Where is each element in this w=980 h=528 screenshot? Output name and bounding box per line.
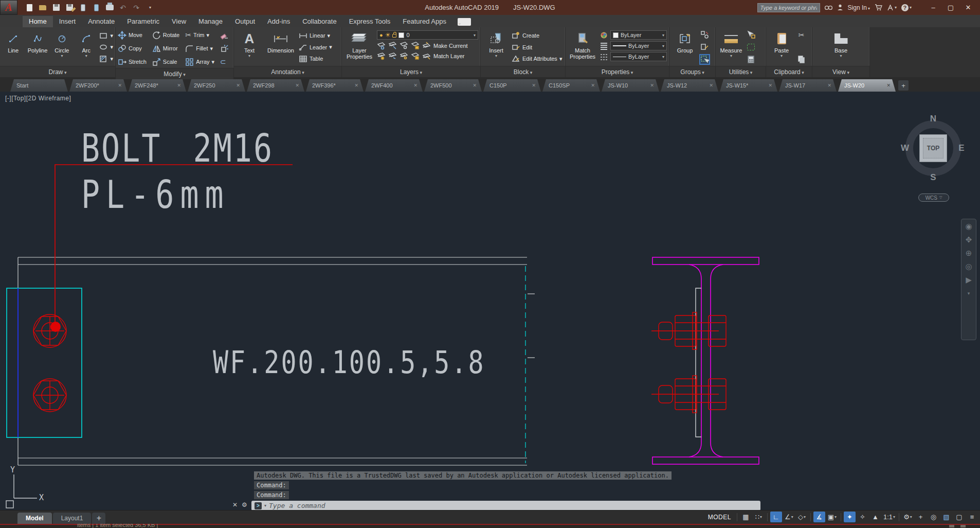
annotation-visibility-icon[interactable]: ✦ (844, 512, 856, 522)
ribbon-tab-view[interactable]: View (166, 16, 192, 27)
layer-select-combo[interactable]: ● ☀ 0 ▾ (377, 30, 478, 40)
tab-close-icon[interactable]: ✕ (176, 82, 182, 89)
layer-properties-button[interactable]: Layer Properties (344, 29, 375, 66)
tab-close-icon[interactable]: ✕ (294, 82, 300, 89)
panel-label-properties[interactable]: Properties (566, 66, 669, 77)
file-tab-2wf298[interactable]: 2WF298✕ (247, 79, 304, 92)
mirror-button[interactable]: Mirror (152, 43, 182, 54)
text-button[interactable]: A Text ▾ (236, 29, 263, 66)
dimension-button[interactable]: Dimension (265, 29, 297, 66)
match-layer-button[interactable]: Match Layer (433, 53, 465, 59)
move-button[interactable]: Move (118, 30, 149, 40)
lineweight-combo[interactable]: ByLayer ▾ (610, 41, 667, 50)
annotation-autoscale-icon[interactable]: ✧ (857, 512, 868, 522)
file-tab-js-w12[interactable]: JS-W12✕ (661, 79, 718, 92)
wcs-menu-button[interactable]: WCS▽ (918, 193, 949, 202)
new-layout-button[interactable]: + (92, 513, 105, 524)
grid-display-icon[interactable]: ▦ (740, 512, 752, 522)
annotation-monitor-icon[interactable]: + (915, 512, 927, 522)
help-search-input[interactable] (757, 3, 820, 12)
viewcube-top-face[interactable]: TOP (919, 134, 947, 162)
match-properties-button[interactable]: Match Properties (568, 29, 597, 66)
file-tab-js-w20[interactable]: JS-W20✕ (838, 79, 896, 92)
a360-share-icon[interactable] (887, 5, 897, 11)
trim-dropdown-icon[interactable]: ▾ (207, 32, 210, 39)
redo-icon[interactable]: ↷ (132, 4, 141, 12)
bolt-section-1[interactable] (651, 312, 726, 349)
object-color-combo[interactable]: ByLayer ▾ (610, 30, 667, 40)
circle-button[interactable]: Circle ▾ (51, 29, 73, 66)
panel-label-block[interactable]: Block (481, 66, 565, 77)
ucs-icon[interactable] (6, 474, 37, 508)
beam-section-outline[interactable] (652, 257, 759, 464)
ortho-mode-icon[interactable]: ∟ (770, 512, 782, 522)
workspace-switching-icon[interactable]: ⚙▾ (902, 512, 914, 522)
close-button[interactable]: ✕ (959, 1, 977, 14)
color-wheel-icon[interactable] (600, 31, 608, 40)
navigation-bar[interactable]: ◉ ✥ ⊕ ◎ ▶ ▾ (961, 219, 976, 340)
circle-dropdown-icon[interactable]: ▾ (61, 55, 63, 58)
trim-button[interactable]: ✂Trim▾ (185, 30, 217, 40)
layer-unlock-icon[interactable] (392, 34, 396, 38)
graphics-performance-icon[interactable]: ▧ (940, 512, 952, 522)
app-menu-button[interactable]: A (0, 0, 17, 15)
fillet-dropdown-icon[interactable]: ▾ (210, 45, 213, 52)
arc-dropdown-icon[interactable]: ▾ (85, 55, 87, 58)
save-as-icon[interactable] (65, 4, 74, 12)
search-binoculars-icon[interactable] (825, 5, 832, 10)
file-tab-2wf250[interactable]: 2WF250✕ (188, 79, 245, 92)
tab-close-icon[interactable]: ✕ (117, 82, 123, 89)
annotation-scale-icon[interactable]: ▲ (869, 512, 881, 522)
scale-button[interactable]: Scale (152, 57, 182, 67)
qat-customize-icon[interactable] (145, 4, 154, 12)
navbar-menu-icon[interactable]: ▾ (968, 289, 970, 297)
layer-off-icon[interactable] (377, 41, 386, 50)
drawing-area[interactable]: [-][Top][2D Wireframe] BOLT 2M16 PL-6mm … (0, 92, 980, 510)
file-tab-c150sp[interactable]: C150SP✕ (542, 79, 600, 92)
layer-color-swatch[interactable] (398, 32, 404, 38)
file-tab-js-w10[interactable]: JS-W10✕ (602, 79, 659, 92)
file-tab-js-w15[interactable]: JS-W15*✕ (720, 79, 777, 92)
sign-in-button[interactable]: Sign In (848, 4, 870, 11)
app-store-cart-icon[interactable] (875, 4, 882, 11)
beam-annotation-text[interactable]: WF.200.100.5,5.8 (213, 345, 485, 381)
navigation-wheel-icon[interactable]: ◉ (965, 222, 972, 231)
insert-button[interactable]: Insert ▾ (483, 29, 510, 66)
offset-button[interactable]: ⊂ (220, 57, 231, 67)
open-drawing-icon[interactable] (38, 4, 47, 12)
ungroup-icon[interactable] (700, 30, 709, 39)
tab-close-icon[interactable]: ✕ (885, 82, 892, 89)
linetype-icon[interactable] (600, 52, 608, 61)
base-button[interactable]: Base ▾ (828, 29, 855, 66)
copy-clip-icon[interactable] (797, 55, 806, 64)
command-input-bar[interactable]: > ▾ Type a command (251, 501, 760, 510)
pan-icon[interactable]: ✥ (966, 236, 972, 244)
minimize-button[interactable]: – (924, 1, 942, 14)
ribbon-tab-parametric[interactable]: Parametric (121, 16, 166, 27)
undo-icon[interactable]: ↶ (118, 4, 128, 12)
plate-annotation-text[interactable]: PL-6mm (81, 172, 230, 217)
fillet-button[interactable]: Fillet▾ (185, 43, 217, 54)
tab-close-icon[interactable]: ✕ (826, 82, 832, 89)
viewcube-west[interactable]: W (900, 143, 910, 153)
layer-unlock2-icon[interactable] (411, 51, 420, 60)
open-web-mobile-icon[interactable] (78, 4, 87, 12)
array-button[interactable]: Array▾ (185, 57, 217, 67)
recent-commands-dropdown-icon[interactable]: ▾ (264, 503, 266, 508)
bolt-section-2[interactable] (651, 376, 726, 413)
ribbon-tab-output[interactable]: Output (229, 16, 261, 27)
object-snap-tracking-icon[interactable]: ∡ (813, 512, 825, 522)
group-button[interactable]: Group (672, 29, 698, 66)
layer-thaw-icon[interactable] (388, 51, 397, 60)
group-selection-toggle-icon[interactable] (700, 55, 709, 64)
panel-label-groups[interactable]: Groups (669, 66, 715, 77)
block-edit-button[interactable]: Edit (512, 42, 563, 52)
model-space-badge[interactable]: MODEL (705, 512, 734, 522)
quick-select-icon[interactable] (747, 30, 755, 39)
help-icon[interactable]: ? (901, 4, 912, 11)
leader-dropdown-icon[interactable]: ▾ (329, 44, 332, 50)
insert-dropdown-icon[interactable]: ▾ (495, 55, 497, 58)
viewport-controls[interactable]: [-][Top][2D Wireframe] (5, 95, 71, 102)
panel-label-view[interactable]: View (812, 66, 869, 77)
bolt-plan-1[interactable] (33, 314, 66, 347)
